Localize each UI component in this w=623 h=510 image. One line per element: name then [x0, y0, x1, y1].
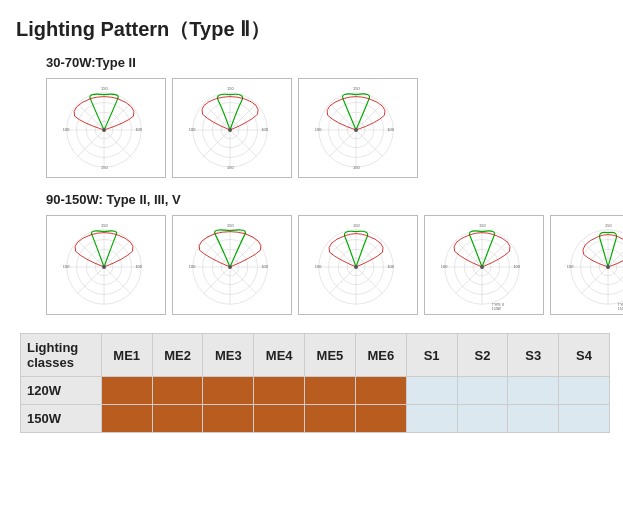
svg-text:150: 150	[101, 165, 108, 170]
cell-150w-me5	[305, 405, 356, 433]
diagrams-row-2: 150 100 100 150 100 100	[46, 215, 607, 315]
cell-150w-me2	[152, 405, 203, 433]
svg-text:150: 150	[101, 223, 108, 228]
svg-point-8	[102, 128, 106, 132]
svg-point-21	[228, 128, 232, 132]
cell-150w-s1	[406, 405, 457, 433]
row-label-150w: 150W	[21, 405, 102, 433]
diagram-7: 150 100 100 TYPE II 150W	[424, 215, 544, 315]
cell-120w-me6	[355, 377, 406, 405]
col-header-s3: S3	[508, 334, 559, 377]
svg-point-59	[228, 265, 232, 269]
cell-120w-s3	[508, 377, 559, 405]
cell-120w-s1	[406, 377, 457, 405]
svg-text:100: 100	[567, 264, 574, 269]
cell-150w-me4	[254, 405, 305, 433]
cell-150w-s3	[508, 405, 559, 433]
col-header-s1: S1	[406, 334, 457, 377]
svg-text:150: 150	[353, 86, 360, 91]
svg-text:100: 100	[315, 264, 322, 269]
lighting-table: Lighting classes ME1 ME2 ME3 ME4 ME5 ME6…	[20, 333, 610, 433]
col-header-me5: ME5	[305, 334, 356, 377]
svg-text:100: 100	[63, 264, 70, 269]
svg-point-34	[354, 128, 358, 132]
col-header-me1: ME1	[101, 334, 152, 377]
col-header-s4: S4	[559, 334, 610, 377]
page-title: Lighting Pattern（Type Ⅱ）	[16, 16, 607, 43]
cell-120w-me3	[203, 377, 254, 405]
cell-150w-me3	[203, 405, 254, 433]
svg-text:100: 100	[135, 264, 142, 269]
svg-text:150W: 150W	[492, 307, 502, 311]
diagram-4: 150 100 100	[46, 215, 166, 315]
diagram-5: 150 100 100	[172, 215, 292, 315]
svg-text:150: 150	[353, 223, 360, 228]
svg-text:100: 100	[387, 127, 394, 132]
cell-120w-me5	[305, 377, 356, 405]
svg-text:150: 150	[605, 223, 612, 228]
cell-150w-s4	[559, 405, 610, 433]
col-header-s2: S2	[457, 334, 508, 377]
svg-text:150: 150	[101, 86, 108, 91]
diagrams-row-1: 150 150 100 100 150 150 100 100	[46, 78, 607, 178]
diagram-2: 150 150 100 100	[172, 78, 292, 178]
cell-150w-me1	[101, 405, 152, 433]
col-header-me6: ME6	[355, 334, 406, 377]
cell-120w-s4	[559, 377, 610, 405]
svg-text:100: 100	[189, 127, 196, 132]
svg-point-83	[480, 265, 484, 269]
svg-text:100: 100	[441, 264, 448, 269]
svg-text:100: 100	[387, 264, 394, 269]
section2-label: 90-150W: Type II, III, V	[46, 192, 607, 207]
svg-text:150: 150	[227, 223, 234, 228]
svg-text:100: 100	[135, 127, 142, 132]
table-header-lighting-classes: Lighting classes	[21, 334, 102, 377]
cell-120w-s2	[457, 377, 508, 405]
svg-text:150: 150	[353, 165, 360, 170]
svg-text:100: 100	[261, 127, 268, 132]
section1-label: 30-70W:Type II	[46, 55, 607, 70]
svg-text:100: 100	[189, 264, 196, 269]
diagram-1: 150 150 100 100	[46, 78, 166, 178]
cell-150w-me6	[355, 405, 406, 433]
table-row-120w: 120W	[21, 377, 610, 405]
cell-120w-me2	[152, 377, 203, 405]
svg-text:100: 100	[513, 264, 520, 269]
diagram-6: 150 100 100	[298, 215, 418, 315]
diagram-3: 150 150 100 100	[298, 78, 418, 178]
col-header-me4: ME4	[254, 334, 305, 377]
svg-text:100: 100	[315, 127, 322, 132]
svg-text:100: 100	[63, 127, 70, 132]
diagram-8: 150 100 100 TYPE V 150W	[550, 215, 623, 315]
svg-text:150: 150	[227, 165, 234, 170]
cell-120w-me4	[254, 377, 305, 405]
svg-text:150: 150	[227, 86, 234, 91]
row-label-120w: 120W	[21, 377, 102, 405]
svg-point-97	[606, 265, 610, 269]
svg-point-71	[354, 265, 358, 269]
svg-text:150W: 150W	[618, 307, 623, 311]
svg-text:100: 100	[261, 264, 268, 269]
svg-point-47	[102, 265, 106, 269]
cell-120w-me1	[101, 377, 152, 405]
table-row-150w: 150W	[21, 405, 610, 433]
col-header-me2: ME2	[152, 334, 203, 377]
cell-150w-s2	[457, 405, 508, 433]
svg-text:150: 150	[479, 223, 486, 228]
col-header-me3: ME3	[203, 334, 254, 377]
